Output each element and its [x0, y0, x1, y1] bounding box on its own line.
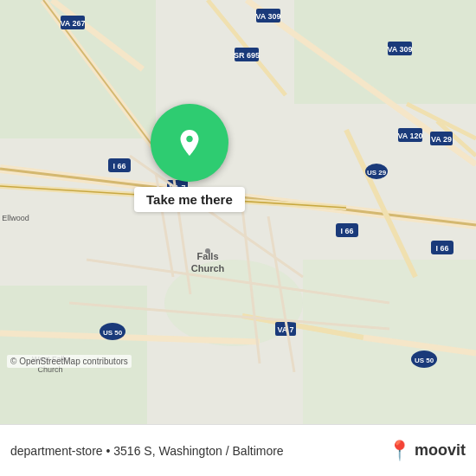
popup-label: Take me there — [134, 187, 245, 212]
svg-text:Church: Church — [191, 263, 225, 273]
svg-text:Ellwood: Ellwood — [2, 214, 29, 222]
svg-text:US 29: US 29 — [367, 169, 387, 177]
svg-text:I 66: I 66 — [113, 162, 125, 170]
popup-bubble — [151, 104, 228, 182]
svg-text:I 66: I 66 — [435, 244, 448, 253]
osm-attribution: © OpenStreetMap contributors — [7, 355, 132, 368]
location-description: department-store • 3516 S, Washington / … — [10, 444, 388, 458]
take-me-there-popup[interactable]: Take me there — [134, 104, 245, 212]
svg-point-58 — [205, 248, 210, 254]
svg-text:VA 309: VA 309 — [387, 45, 412, 54]
moovit-brand-text: moovit — [415, 441, 466, 460]
moovit-pin-icon: 📍 — [388, 440, 411, 462]
svg-text:VA 120: VA 120 — [397, 132, 422, 140]
svg-text:I 66: I 66 — [340, 227, 353, 235]
location-pin-icon — [174, 127, 205, 158]
svg-text:VA 267: VA 267 — [60, 19, 85, 28]
bottom-bar: department-store • 3516 S, Washington / … — [0, 424, 476, 476]
svg-text:SR 695: SR 695 — [234, 51, 260, 60]
map-container: I 66 I 66 I 66 VA 7 VA 7 VA 267 VA 309 V… — [0, 0, 476, 424]
svg-text:US 50: US 50 — [103, 329, 123, 337]
svg-text:US 50: US 50 — [415, 357, 434, 364]
svg-text:VA 309: VA 309 — [255, 12, 280, 21]
svg-text:VA 29: VA 29 — [431, 135, 452, 144]
moovit-logo: 📍 moovit — [388, 440, 466, 462]
